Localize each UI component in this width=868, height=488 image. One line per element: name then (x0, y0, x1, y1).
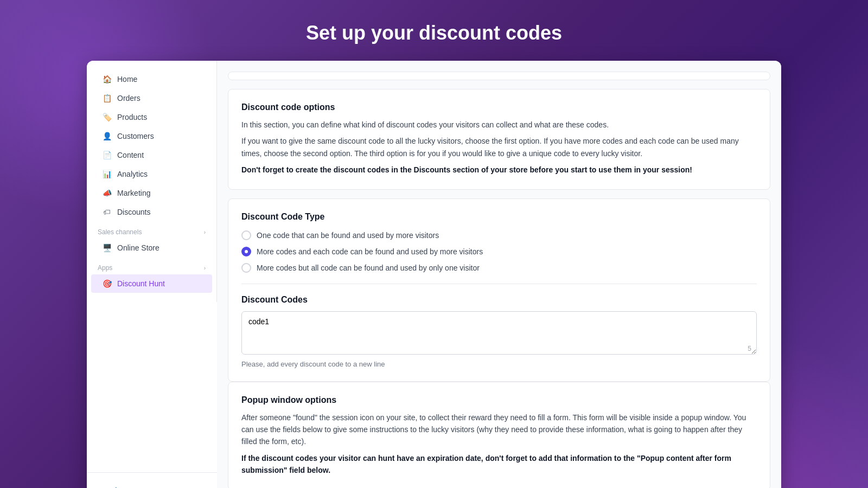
discount-options-para1: In this section, you can define what kin… (241, 119, 757, 131)
sales-channels-section: Sales channels › (87, 222, 216, 238)
radio-multiple-multi-input (241, 247, 251, 256)
popup-options-warning: If the discount codes your visitor can h… (241, 452, 757, 477)
sidebar-item-discounts[interactable]: 🏷 Discounts (91, 203, 212, 221)
sidebar-item-content-label: Content (117, 151, 144, 159)
page-title: Set up your discount codes (0, 0, 868, 61)
sidebar-item-orders[interactable]: 📋 Orders (91, 89, 212, 107)
radio-option-multiple-multi[interactable]: More codes and each code can be found an… (241, 247, 757, 256)
sidebar-item-marketing[interactable]: 📣 Marketing (91, 184, 212, 202)
discount-code-options-card: Discount code options In this section, y… (228, 89, 770, 190)
customers-icon: 👤 (102, 131, 112, 141)
sidebar-item-content[interactable]: 📄 Content (91, 146, 212, 164)
radio-single-label: One code that can be found and used by m… (257, 231, 439, 240)
main-content: Discount code options In this section, y… (217, 61, 781, 488)
sidebar-item-products[interactable]: 🏷️ Products (91, 108, 212, 126)
sidebar-item-marketing-label: Marketing (117, 189, 150, 197)
products-icon: 🏷️ (102, 112, 112, 122)
orders-icon: 📋 (102, 93, 112, 103)
analytics-icon: 📊 (102, 169, 112, 179)
top-partial-card (228, 72, 770, 80)
sidebar-item-orders-label: Orders (117, 94, 141, 102)
apps-section: Apps › (87, 258, 216, 274)
sidebar-item-online-store[interactable]: 🖥️ Online Store (91, 239, 212, 257)
discount-options-warning: Don't forget to create the discount code… (241, 164, 757, 176)
discount-options-para2: If you want to give the same discount co… (241, 135, 757, 159)
discounts-icon: 🏷 (102, 207, 112, 217)
sidebar-item-discounts-label: Discounts (117, 208, 150, 216)
radio-option-single[interactable]: One code that can be found and used by m… (241, 230, 757, 240)
radio-single-input (241, 230, 251, 240)
popup-window-options-card: Popup window options After someone "foun… (228, 382, 770, 488)
radio-multiple-multi-label: More codes and each code can be found an… (257, 247, 483, 256)
sidebar-item-home[interactable]: 🏠 Home (91, 70, 212, 88)
section-divider (241, 284, 757, 284)
sidebar-footer: ⚙️ Settings (87, 472, 217, 488)
sidebar-nav: 🏠 Home 📋 Orders 🏷️ Products 👤 Customers … (87, 61, 216, 302)
sidebar-item-discount-hunt-label: Discount Hunt (117, 279, 165, 288)
discount-codes-hint: Please, add every discount code to a new… (241, 360, 757, 368)
settings-icon: ⚙️ (111, 486, 120, 488)
discount-codes-wrapper: code1 5 (241, 311, 757, 357)
radio-multiple-single-input (241, 263, 251, 273)
popup-options-para1: After someone "found" the session icon o… (241, 412, 757, 448)
sidebar-item-analytics[interactable]: 📊 Analytics (91, 165, 212, 183)
marketing-icon: 📣 (102, 188, 112, 198)
popup-options-title: Popup window options (241, 395, 757, 405)
discount-code-type-title: Discount Code Type (241, 212, 757, 222)
discount-code-type-card: Discount Code Type One code that can be … (228, 198, 770, 382)
sidebar-item-home-label: Home (117, 75, 137, 84)
sidebar-item-customers-label: Customers (117, 132, 154, 140)
sidebar-item-analytics-label: Analytics (117, 170, 148, 178)
discount-hunt-icon: 🎯 (102, 279, 112, 288)
sidebar-item-online-store-label: Online Store (117, 243, 159, 252)
content-icon: 📄 (102, 150, 112, 160)
char-count: 5 (748, 345, 751, 352)
discount-codes-field-label: Discount Codes (241, 295, 757, 305)
sales-channels-chevron: › (204, 229, 206, 235)
online-store-icon: 🖥️ (102, 243, 112, 253)
apps-chevron: › (204, 265, 206, 271)
radio-option-multiple-single[interactable]: More codes but all code can be found and… (241, 263, 757, 273)
home-icon: 🏠 (102, 74, 112, 84)
sidebar-item-customers[interactable]: 👤 Customers (91, 127, 212, 145)
sidebar-item-settings[interactable]: ⚙️ Settings (100, 482, 204, 488)
radio-multiple-single-label: More codes but all code can be found and… (257, 264, 480, 272)
discount-codes-textarea[interactable]: code1 (241, 311, 757, 355)
sidebar-item-products-label: Products (117, 113, 147, 121)
sidebar-item-discount-hunt[interactable]: 🎯 Discount Hunt (91, 274, 212, 293)
discount-code-options-title: Discount code options (241, 102, 757, 112)
discount-type-radio-group: One code that can be found and used by m… (241, 230, 757, 273)
